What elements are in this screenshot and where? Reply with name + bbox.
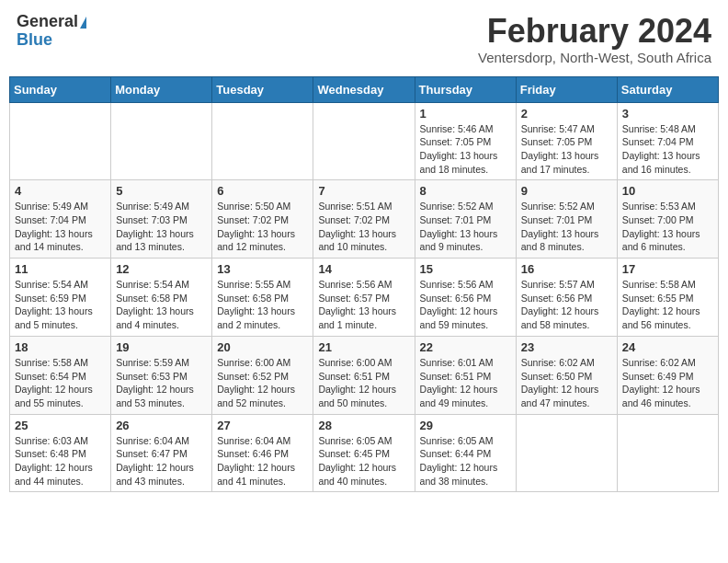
day-number: 25 [15,419,106,432]
day-info: Sunrise: 6:03 AM Sunset: 6:48 PM Dayligh… [15,434,106,488]
weekday-header-tuesday: Tuesday [212,76,313,102]
calendar-cell: 11Sunrise: 5:54 AM Sunset: 6:59 PM Dayli… [10,259,111,337]
day-info: Sunrise: 6:04 AM Sunset: 6:47 PM Dayligh… [116,434,207,488]
title-block: February 2024 Ventersdorp, North-West, S… [478,13,711,65]
calendar-cell: 5Sunrise: 5:49 AM Sunset: 7:03 PM Daylig… [111,180,212,259]
day-number: 13 [217,262,308,276]
weekday-header-sunday: Sunday [10,76,111,102]
calendar-cell: 8Sunrise: 5:52 AM Sunset: 7:01 PM Daylig… [415,180,516,259]
day-info: Sunrise: 5:58 AM Sunset: 6:54 PM Dayligh… [15,356,106,410]
day-number: 2 [521,107,612,121]
calendar-cell: 28Sunrise: 6:05 AM Sunset: 6:45 PM Dayli… [313,414,415,492]
calendar-cell: 14Sunrise: 5:56 AM Sunset: 6:57 PM Dayli… [313,259,415,337]
calendar-cell [111,102,212,180]
calendar-cell: 1Sunrise: 5:46 AM Sunset: 7:05 PM Daylig… [415,102,516,180]
day-info: Sunrise: 5:58 AM Sunset: 6:55 PM Dayligh… [622,278,713,332]
weekday-header-friday: Friday [516,76,617,102]
calendar-cell: 12Sunrise: 5:54 AM Sunset: 6:58 PM Dayli… [111,259,212,337]
day-info: Sunrise: 5:52 AM Sunset: 7:01 PM Dayligh… [420,200,511,254]
day-number: 7 [318,184,409,198]
day-info: Sunrise: 5:57 AM Sunset: 6:56 PM Dayligh… [521,278,612,332]
day-number: 28 [318,419,409,432]
day-info: Sunrise: 5:50 AM Sunset: 7:02 PM Dayligh… [217,200,308,254]
calendar-table: SundayMondayTuesdayWednesdayThursdayFrid… [9,76,719,493]
weekday-header-row: SundayMondayTuesdayWednesdayThursdayFrid… [10,76,719,102]
day-info: Sunrise: 5:52 AM Sunset: 7:01 PM Dayligh… [521,200,612,254]
day-info: Sunrise: 6:01 AM Sunset: 6:51 PM Dayligh… [420,356,511,410]
day-info: Sunrise: 6:02 AM Sunset: 6:50 PM Dayligh… [521,356,612,410]
day-number: 21 [318,340,409,354]
day-info: Sunrise: 5:56 AM Sunset: 6:57 PM Dayligh… [318,278,409,332]
day-info: Sunrise: 5:54 AM Sunset: 6:58 PM Dayligh… [116,278,207,332]
day-number: 11 [15,262,106,276]
calendar-cell: 29Sunrise: 6:05 AM Sunset: 6:44 PM Dayli… [415,414,516,492]
location-title: Ventersdorp, North-West, South Africa [478,50,711,65]
calendar-week-1: 4Sunrise: 5:49 AM Sunset: 7:04 PM Daylig… [10,180,719,259]
day-info: Sunrise: 6:05 AM Sunset: 6:45 PM Dayligh… [318,434,409,488]
calendar-cell [313,102,415,180]
day-info: Sunrise: 5:56 AM Sunset: 6:56 PM Dayligh… [420,278,511,332]
day-number: 12 [116,262,207,276]
day-info: Sunrise: 6:05 AM Sunset: 6:44 PM Dayligh… [420,434,511,488]
calendar-cell: 13Sunrise: 5:55 AM Sunset: 6:58 PM Dayli… [212,259,313,337]
day-number: 24 [622,340,713,354]
calendar-cell: 18Sunrise: 5:58 AM Sunset: 6:54 PM Dayli… [10,336,111,414]
day-info: Sunrise: 6:04 AM Sunset: 6:46 PM Dayligh… [217,434,308,488]
day-number: 20 [217,340,308,354]
calendar-week-2: 11Sunrise: 5:54 AM Sunset: 6:59 PM Dayli… [10,259,719,337]
month-title: February 2024 [478,13,711,50]
day-number: 1 [420,107,511,121]
logo: General Blue [17,13,86,50]
calendar-cell: 25Sunrise: 6:03 AM Sunset: 6:48 PM Dayli… [10,414,111,492]
day-number: 9 [521,184,612,198]
day-number: 27 [217,419,308,432]
day-info: Sunrise: 5:59 AM Sunset: 6:53 PM Dayligh… [116,356,207,410]
calendar-cell [212,102,313,180]
day-info: Sunrise: 6:00 AM Sunset: 6:52 PM Dayligh… [217,356,308,410]
calendar-cell: 10Sunrise: 5:53 AM Sunset: 7:00 PM Dayli… [617,180,718,259]
day-number: 26 [116,419,207,432]
day-info: Sunrise: 6:00 AM Sunset: 6:51 PM Dayligh… [318,356,409,410]
calendar-cell: 7Sunrise: 5:51 AM Sunset: 7:02 PM Daylig… [313,180,415,259]
calendar-cell: 23Sunrise: 6:02 AM Sunset: 6:50 PM Dayli… [516,336,617,414]
day-number: 19 [116,340,207,354]
day-number: 10 [622,184,713,198]
logo-blue: Blue [17,31,52,50]
day-number: 23 [521,340,612,354]
weekday-header-monday: Monday [111,76,212,102]
calendar-cell: 21Sunrise: 6:00 AM Sunset: 6:51 PM Dayli… [313,336,415,414]
day-number: 18 [15,340,106,354]
day-number: 29 [420,419,511,432]
calendar-cell [617,414,718,492]
day-number: 15 [420,262,511,276]
day-info: Sunrise: 5:46 AM Sunset: 7:05 PM Dayligh… [420,122,511,177]
day-info: Sunrise: 5:49 AM Sunset: 7:03 PM Dayligh… [116,200,207,254]
day-number: 4 [15,184,106,198]
day-info: Sunrise: 5:48 AM Sunset: 7:04 PM Dayligh… [622,122,713,177]
weekday-header-saturday: Saturday [617,76,718,102]
calendar-cell: 15Sunrise: 5:56 AM Sunset: 6:56 PM Dayli… [415,259,516,337]
day-number: 6 [217,184,308,198]
day-number: 14 [318,262,409,276]
calendar-cell [516,414,617,492]
weekday-header-wednesday: Wednesday [313,76,415,102]
weekday-header-thursday: Thursday [415,76,516,102]
day-info: Sunrise: 5:47 AM Sunset: 7:05 PM Dayligh… [521,122,612,177]
calendar-cell: 20Sunrise: 6:00 AM Sunset: 6:52 PM Dayli… [212,336,313,414]
day-info: Sunrise: 6:02 AM Sunset: 6:49 PM Dayligh… [622,356,713,410]
day-info: Sunrise: 5:49 AM Sunset: 7:04 PM Dayligh… [15,200,106,254]
calendar-cell: 24Sunrise: 6:02 AM Sunset: 6:49 PM Dayli… [617,336,718,414]
calendar-cell: 2Sunrise: 5:47 AM Sunset: 7:05 PM Daylig… [516,102,617,180]
day-number: 5 [116,184,207,198]
calendar-week-0: 1Sunrise: 5:46 AM Sunset: 7:05 PM Daylig… [10,102,719,180]
logo-general: General [17,13,86,31]
calendar-week-3: 18Sunrise: 5:58 AM Sunset: 6:54 PM Dayli… [10,336,719,414]
day-number: 17 [622,262,713,276]
calendar-cell: 19Sunrise: 5:59 AM Sunset: 6:53 PM Dayli… [111,336,212,414]
day-number: 8 [420,184,511,198]
calendar-cell: 3Sunrise: 5:48 AM Sunset: 7:04 PM Daylig… [617,102,718,180]
day-info: Sunrise: 5:53 AM Sunset: 7:00 PM Dayligh… [622,200,713,254]
calendar-cell [10,102,111,180]
day-info: Sunrise: 5:55 AM Sunset: 6:58 PM Dayligh… [217,278,308,332]
page-header: General Blue February 2024 Ventersdorp, … [9,9,719,69]
